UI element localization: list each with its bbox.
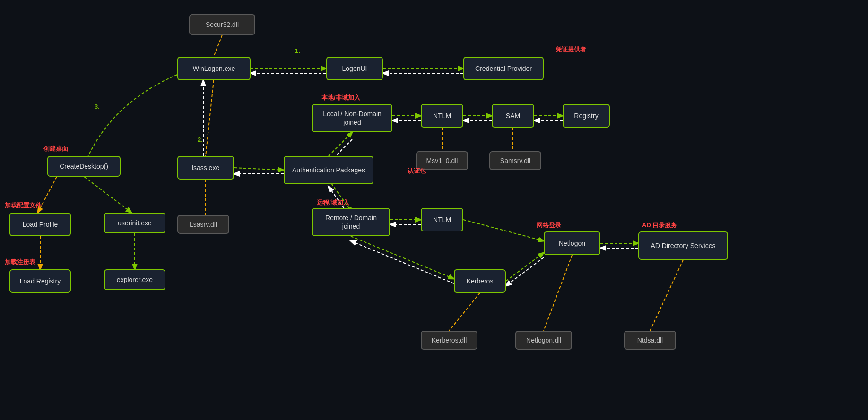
registry-node: Registry bbox=[563, 104, 610, 128]
svg-line-32 bbox=[544, 255, 572, 331]
ad-directory-node: AD Directory Services bbox=[638, 231, 728, 260]
explorer-label: explorer.exe bbox=[117, 275, 153, 284]
explorer-node: explorer.exe bbox=[104, 269, 165, 290]
local-nondomain-cn-label: 本地/非域加入 bbox=[321, 94, 360, 102]
local-nondomain-label: Local / Non-Domain joined bbox=[319, 110, 386, 127]
load-profile-node: Load Profile bbox=[9, 213, 71, 236]
logonui-node: LogonUI bbox=[326, 57, 383, 80]
step2-label: 2. bbox=[198, 136, 203, 143]
create-desktop-label: CreateDesktop() bbox=[60, 162, 108, 171]
registry-label: Registry bbox=[574, 111, 598, 120]
ntlm-local-label: NTLM bbox=[433, 111, 451, 120]
svg-line-0 bbox=[214, 35, 222, 57]
svg-line-5 bbox=[206, 80, 214, 156]
step3-label: 3. bbox=[95, 103, 100, 110]
secur32-label: Secur32.dll bbox=[206, 20, 239, 29]
secur32-node: Secur32.dll bbox=[189, 14, 255, 35]
auth-packages-cn-label: 认证包 bbox=[408, 167, 426, 175]
remote-domain-label: Remote / Domain joined bbox=[319, 214, 383, 231]
diagram: Secur32.dll WinLogon.exe LogonUI Credent… bbox=[0, 0, 868, 420]
ntlm-remote-label: NTLM bbox=[433, 215, 451, 224]
samsrv-label: Samsrv.dll bbox=[500, 156, 530, 165]
ad-directory-cn-label: AD 目录服务 bbox=[642, 221, 677, 230]
load-registry-label: Load Registry bbox=[20, 277, 61, 285]
svg-line-24 bbox=[463, 220, 544, 241]
sam-label: SAM bbox=[506, 111, 520, 120]
credential-provider-cn-label: 凭证提供者 bbox=[556, 45, 586, 54]
netlogon-label: Netlogon bbox=[559, 239, 585, 248]
credential-provider-label: Credential Provider bbox=[475, 64, 532, 73]
svg-line-31 bbox=[449, 293, 480, 331]
load-registry-node: Load Registry bbox=[9, 269, 71, 293]
svg-line-6 bbox=[234, 168, 284, 170]
local-nondomain-node: Local / Non-Domain joined bbox=[312, 104, 392, 132]
svg-line-27 bbox=[351, 236, 454, 279]
lsasrv-node: Lsasrv.dll bbox=[177, 215, 229, 234]
netlogon-cn-label: 网络登录 bbox=[537, 221, 561, 230]
kerberos-node: Kerberos bbox=[454, 269, 506, 293]
load-config-cn-label: 加载配置文件 bbox=[5, 201, 42, 210]
netlogon-dll-node: Netlogon.dll bbox=[515, 331, 572, 350]
netlogon-node: Netlogon bbox=[544, 231, 600, 255]
create-desktop-node: CreateDesktop() bbox=[47, 156, 121, 177]
kerberos-dll-label: Kerberos.dll bbox=[432, 336, 467, 344]
userinit-node: userinit.exe bbox=[104, 213, 165, 233]
auth-packages-label: Authentication Packages bbox=[292, 166, 365, 174]
samsrv-node: Samsrv.dll bbox=[489, 151, 541, 170]
svg-line-29 bbox=[506, 253, 544, 281]
winlogon-label: WinLogon.exe bbox=[193, 64, 235, 73]
lsass-node: lsass.exe bbox=[177, 156, 234, 180]
sam-node: SAM bbox=[492, 104, 534, 128]
ntlm-local-node: NTLM bbox=[421, 104, 463, 128]
svg-line-36 bbox=[84, 177, 131, 213]
remote-domain-node: Remote / Domain joined bbox=[312, 208, 390, 236]
svg-line-9 bbox=[329, 132, 352, 156]
kerberos-dll-node: Kerberos.dll bbox=[421, 331, 477, 350]
lsasrv-label: Lsasrv.dll bbox=[190, 220, 217, 229]
msv1-label: Msv1_0.dll bbox=[426, 156, 458, 165]
ntdsa-dll-label: Ntdsa.dll bbox=[637, 336, 663, 344]
step1-label: 1. bbox=[295, 47, 300, 54]
credential-provider-node: Credential Provider bbox=[463, 57, 544, 80]
svg-line-33 bbox=[650, 260, 683, 331]
netlogon-dll-label: Netlogon.dll bbox=[526, 336, 561, 344]
logonui-label: LogonUI bbox=[342, 64, 367, 73]
auth-packages-node: Authentication Packages bbox=[284, 156, 373, 184]
lsass-label: lsass.exe bbox=[192, 163, 219, 172]
create-desktop-cn-label: 创建桌面 bbox=[43, 145, 68, 153]
ntlm-remote-node: NTLM bbox=[421, 208, 463, 231]
ad-directory-label: AD Directory Services bbox=[651, 241, 716, 250]
winlogon-node: WinLogon.exe bbox=[177, 57, 251, 80]
load-profile-label: Load Profile bbox=[23, 220, 58, 229]
svg-line-28 bbox=[351, 241, 454, 283]
svg-line-30 bbox=[506, 257, 544, 286]
ntdsa-dll-node: Ntdsa.dll bbox=[624, 331, 676, 350]
userinit-label: userinit.exe bbox=[118, 219, 152, 227]
kerberos-label: Kerberos bbox=[467, 277, 494, 285]
remote-domain-cn-label: 远程/域加入 bbox=[317, 198, 349, 207]
load-registry-cn-label: 加载注册表 bbox=[5, 258, 35, 266]
